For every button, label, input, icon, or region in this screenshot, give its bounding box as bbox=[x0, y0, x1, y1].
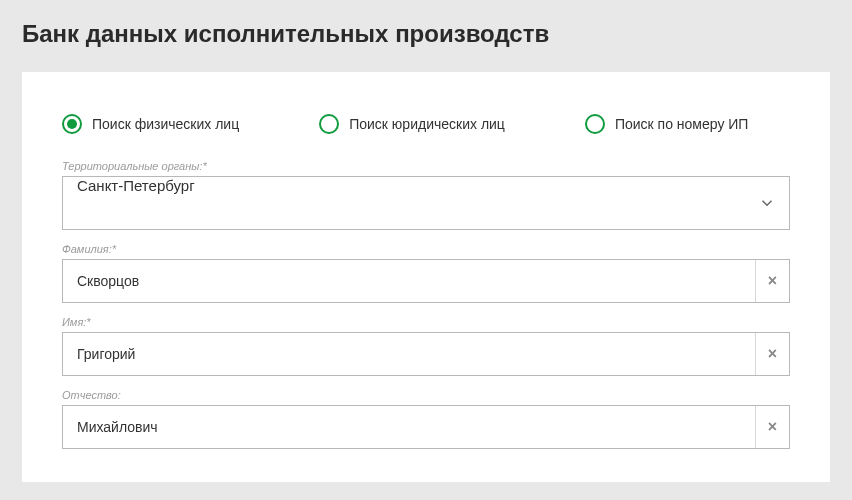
radio-by-number[interactable]: Поиск по номеру ИП bbox=[585, 114, 749, 134]
close-icon: × bbox=[768, 418, 777, 436]
lastname-input-wrapper: × bbox=[62, 259, 790, 303]
radio-icon bbox=[319, 114, 339, 134]
radio-icon bbox=[585, 114, 605, 134]
firstname-label: Имя:* bbox=[62, 316, 790, 328]
page-title: Банк данных исполнительных производств bbox=[0, 0, 852, 72]
clear-firstname-button[interactable]: × bbox=[755, 333, 789, 375]
close-icon: × bbox=[768, 345, 777, 363]
lastname-label: Фамилия:* bbox=[62, 243, 790, 255]
close-icon: × bbox=[768, 272, 777, 290]
radio-individual[interactable]: Поиск физических лиц bbox=[62, 114, 239, 134]
clear-lastname-button[interactable]: × bbox=[755, 260, 789, 302]
firstname-input[interactable] bbox=[63, 333, 755, 375]
clear-patronymic-button[interactable]: × bbox=[755, 406, 789, 448]
radio-legal[interactable]: Поиск юридических лиц bbox=[319, 114, 505, 134]
patronymic-input-wrapper: × bbox=[62, 405, 790, 449]
chevron-down-icon[interactable] bbox=[745, 177, 789, 229]
radio-individual-label: Поиск физических лиц bbox=[92, 116, 239, 132]
territory-label: Территориальные органы:* bbox=[62, 160, 790, 172]
firstname-field-group: Имя:* × bbox=[62, 316, 790, 376]
firstname-input-wrapper: × bbox=[62, 332, 790, 376]
search-type-radios: Поиск физических лиц Поиск юридических л… bbox=[62, 114, 790, 134]
search-form-panel: Поиск физических лиц Поиск юридических л… bbox=[22, 72, 830, 482]
territory-select[interactable]: Санкт-Петербург bbox=[62, 176, 790, 230]
radio-by-number-label: Поиск по номеру ИП bbox=[615, 116, 749, 132]
patronymic-field-group: Отчество: × bbox=[62, 389, 790, 449]
lastname-input[interactable] bbox=[63, 260, 755, 302]
territory-value: Санкт-Петербург bbox=[63, 177, 745, 229]
lastname-field-group: Фамилия:* × bbox=[62, 243, 790, 303]
radio-icon bbox=[62, 114, 82, 134]
patronymic-input[interactable] bbox=[63, 406, 755, 448]
territory-field-group: Территориальные органы:* Санкт-Петербург bbox=[62, 160, 790, 230]
patronymic-label: Отчество: bbox=[62, 389, 790, 401]
radio-legal-label: Поиск юридических лиц bbox=[349, 116, 505, 132]
